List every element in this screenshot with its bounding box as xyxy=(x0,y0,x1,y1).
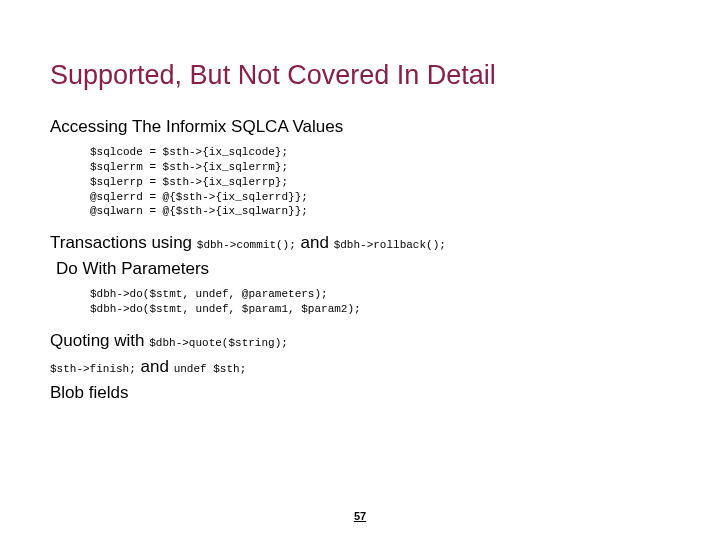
quoting-pre: Quoting with xyxy=(50,331,149,350)
quote-code: $dbh->quote($string); xyxy=(149,337,288,349)
finish-mid: and xyxy=(136,357,174,376)
finish-line: $sth->finish; and undef $sth; xyxy=(50,357,670,377)
page-title: Supported, But Not Covered In Detail xyxy=(50,60,670,91)
sqlca-heading: Accessing The Informix SQLCA Values xyxy=(50,117,670,137)
sqlca-code: $sqlcode = $sth->{ix_sqlcode}; $sqlerrm … xyxy=(90,145,670,219)
do-params-code: $dbh->do($stmt, undef, @parameters); $db… xyxy=(90,287,670,317)
blob-heading: Blob fields xyxy=(50,383,670,403)
slide: Supported, But Not Covered In Detail Acc… xyxy=(0,0,720,431)
rollback-code: $dbh->rollback(); xyxy=(334,239,446,251)
transactions-pre: Transactions using xyxy=(50,233,197,252)
commit-code: $dbh->commit(); xyxy=(197,239,296,251)
finish-code: $sth->finish; xyxy=(50,363,136,375)
transactions-line: Transactions using $dbh->commit(); and $… xyxy=(50,233,670,253)
page-number: 57 xyxy=(0,510,720,522)
do-params-heading: Do With Parameters xyxy=(56,259,670,279)
undef-code: undef $sth; xyxy=(174,363,247,375)
quoting-line: Quoting with $dbh->quote($string); xyxy=(50,331,670,351)
transactions-mid: and xyxy=(296,233,334,252)
